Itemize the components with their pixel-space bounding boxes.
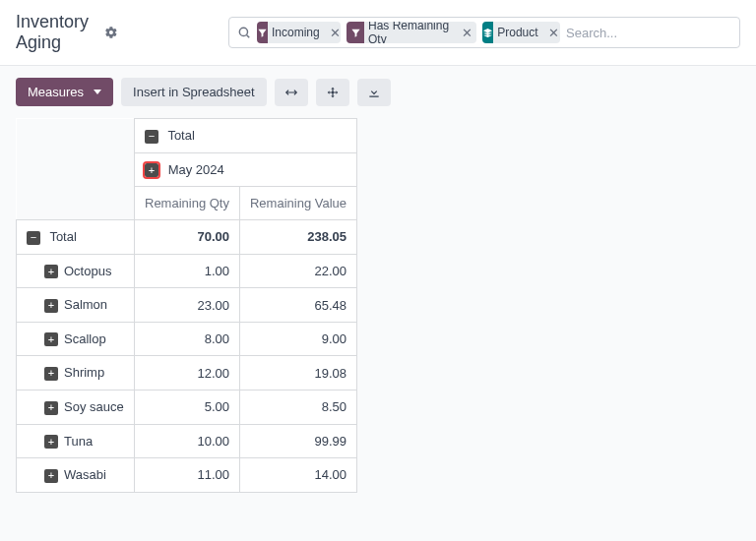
row-header[interactable]: Shrimp <box>17 356 135 391</box>
cell-qty: 11.00 <box>135 458 240 493</box>
measures-label: Measures <box>28 85 84 99</box>
minus-icon[interactable] <box>27 231 40 245</box>
cell-qty: 12.00 <box>135 356 240 391</box>
measure-header-value[interactable]: Remaining Value <box>239 187 356 220</box>
svg-point-0 <box>239 28 247 35</box>
col-total-header[interactable]: Total <box>135 119 357 153</box>
table-row: Scallop8.009.00 <box>17 322 357 356</box>
measure-header-qty[interactable]: Remaining Qty <box>135 187 240 220</box>
cell-qty: 5.00 <box>135 390 240 424</box>
filter-chip-remaining-qty: Has Remaining Qty ✕ <box>346 22 476 43</box>
row-label: Wasabi <box>64 467 106 482</box>
insert-spreadsheet-button[interactable]: Insert in Spreadsheet <box>121 78 267 106</box>
cell-value: 9.00 <box>239 322 356 356</box>
pivot-corner <box>17 152 135 187</box>
table-row: Tuna10.0099.99 <box>17 424 357 458</box>
row-label: Octopus <box>64 264 111 278</box>
table-row: Soy sauce5.008.50 <box>17 390 357 424</box>
download-button[interactable] <box>357 79 391 106</box>
cell-qty: 1.00 <box>135 254 240 288</box>
row-header[interactable]: Soy sauce <box>17 390 135 424</box>
expand-all-button[interactable] <box>316 79 349 106</box>
groupby-chip-product: Product ✕ <box>482 22 560 43</box>
measures-button[interactable]: Measures <box>16 78 113 106</box>
search-icon <box>237 26 251 39</box>
filter-chip-label: Incoming <box>268 22 326 43</box>
pivot-corner <box>17 119 135 153</box>
page-title-wrap: Inventory Aging <box>16 12 118 53</box>
page-title: Inventory Aging <box>16 12 96 53</box>
filter-chip-incoming: Incoming ✕ <box>257 22 341 43</box>
filter-icon <box>257 22 268 43</box>
row-total-header[interactable]: Total <box>17 220 135 255</box>
cell-value: 19.08 <box>239 356 356 391</box>
pivot-table: Total May 2024 Remaining Qty Remaining V… <box>16 118 357 493</box>
table-row: Salmon23.0065.48 <box>17 288 357 323</box>
row-label: Soy sauce <box>64 399 124 414</box>
groupby-chip-label: Product <box>493 22 543 43</box>
insert-label: Insert in Spreadsheet <box>133 85 255 99</box>
plus-icon[interactable] <box>44 265 58 278</box>
row-header[interactable]: Octopus <box>17 254 135 288</box>
minus-icon[interactable] <box>145 130 158 144</box>
gear-icon[interactable] <box>104 26 118 39</box>
cell-total-qty: 70.00 <box>135 220 240 255</box>
plus-icon[interactable] <box>44 299 58 313</box>
flip-axis-button[interactable] <box>275 79 308 106</box>
plus-icon[interactable] <box>44 469 58 483</box>
layers-icon <box>482 22 493 43</box>
filter-chip-label: Has Remaining Qty <box>364 22 458 43</box>
row-header[interactable]: Scallop <box>17 322 135 356</box>
plus-icon[interactable] <box>44 332 58 346</box>
cell-qty: 8.00 <box>135 322 240 356</box>
cell-value: 22.00 <box>239 254 356 288</box>
row-total-label: Total <box>49 229 76 244</box>
filter-icon <box>346 22 364 43</box>
cell-total-value: 238.05 <box>239 220 356 255</box>
plus-icon[interactable] <box>145 163 158 177</box>
svg-line-1 <box>247 35 250 38</box>
row-label: Salmon <box>64 297 107 312</box>
row-total: Total 70.00 238.05 <box>17 220 357 255</box>
row-label: Shrimp <box>64 365 104 380</box>
cell-value: 8.50 <box>239 390 356 424</box>
cell-value: 99.99 <box>239 424 356 458</box>
plus-icon[interactable] <box>44 401 58 415</box>
cell-value: 65.48 <box>239 288 356 323</box>
cell-qty: 10.00 <box>135 424 240 458</box>
col-group-label: May 2024 <box>168 162 224 177</box>
row-label: Tuna <box>64 434 93 449</box>
table-row: Wasabi11.0014.00 <box>17 458 357 493</box>
close-icon[interactable]: ✕ <box>544 22 560 43</box>
search-bar[interactable]: Incoming ✕ Has Remaining Qty ✕ Product ✕ <box>228 17 740 48</box>
pivot-container: Total May 2024 Remaining Qty Remaining V… <box>0 118 756 509</box>
plus-icon[interactable] <box>44 435 58 449</box>
row-header[interactable]: Wasabi <box>17 458 135 493</box>
cell-qty: 23.00 <box>135 288 240 323</box>
plus-icon[interactable] <box>44 367 58 381</box>
header: Inventory Aging Incoming ✕ Has Remaining… <box>0 0 756 66</box>
search-input[interactable] <box>566 26 731 40</box>
table-row: Shrimp12.0019.08 <box>17 356 357 391</box>
row-header[interactable]: Salmon <box>17 288 135 323</box>
table-row: Octopus1.0022.00 <box>17 254 357 288</box>
pivot-corner <box>17 187 135 220</box>
close-icon[interactable]: ✕ <box>458 22 476 43</box>
row-label: Scallop <box>64 331 106 346</box>
row-header[interactable]: Tuna <box>17 424 135 458</box>
cell-value: 14.00 <box>239 458 356 493</box>
toolbar: Measures Insert in Spreadsheet <box>0 66 756 118</box>
col-total-label: Total <box>167 128 194 143</box>
col-group-header[interactable]: May 2024 <box>135 152 357 187</box>
close-icon[interactable]: ✕ <box>326 22 341 43</box>
